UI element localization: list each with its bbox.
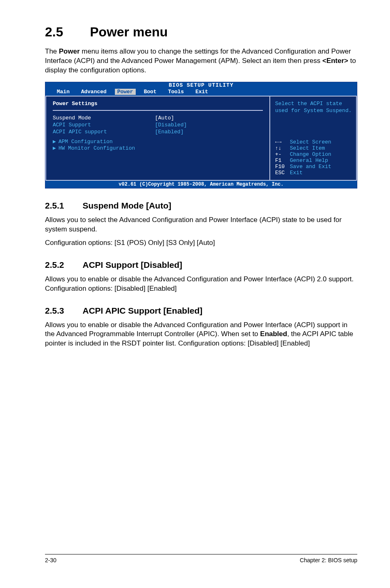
bios-tab-exit: Exit <box>190 89 214 95</box>
subsection-heading: 2.5.2ACPI Support [Disabled] <box>45 260 357 270</box>
subsection-heading: 2.5.3ACPI APIC Support [Enabled] <box>45 306 357 316</box>
body-paragraph: Allows you to select the Advanced Config… <box>45 215 357 234</box>
bios-tab-bar: Main Advanced Power Boot Tools Exit <box>45 89 357 96</box>
bios-left-pane: Power Settings Suspend Mode [Auto] ACPI … <box>46 97 270 180</box>
submenu-apm-configuration: ▶APM Configuration <box>53 138 263 145</box>
setting-label: ACPI APIC support <box>53 129 155 135</box>
bios-screenshot: BIOS SETUP UTILITY Main Advanced Power B… <box>45 82 357 189</box>
nav-key: ←→ <box>275 139 290 145</box>
divider <box>53 110 263 111</box>
arrow-icon: ▶ <box>53 138 58 145</box>
nav-desc: Change Option <box>290 151 331 157</box>
setting-acpi-apic-support: ACPI APIC support [Enabled] <box>53 129 263 135</box>
bios-tab-main: Main <box>51 89 75 95</box>
bios-tab-boot: Boot <box>138 89 162 95</box>
setting-label: ACPI Support <box>53 122 155 128</box>
power-settings-title: Power Settings <box>53 101 263 107</box>
setting-value: [Disabled] <box>155 122 187 128</box>
bios-tab-advanced: Advanced <box>75 89 112 95</box>
nav-key: +- <box>275 151 290 157</box>
setting-value: [Enabled] <box>155 129 184 135</box>
setting-suspend-mode: Suspend Mode [Auto] <box>53 115 263 121</box>
section-number: 2.5 <box>45 25 90 40</box>
body-paragraph: Allows you to enable or disable the Adva… <box>45 321 357 349</box>
intro-paragraph: The Power menu items allow you to change… <box>45 47 357 75</box>
bios-right-pane: Select the ACPI state used for System Su… <box>270 97 356 180</box>
nav-key: ↑↓ <box>275 145 290 151</box>
setting-value: [Auto] <box>155 115 174 121</box>
subsection-heading: 2.5.1Suspend Mode [Auto] <box>45 201 357 211</box>
nav-desc: General Help <box>290 157 328 164</box>
section-title-text: Power menu <box>90 25 168 39</box>
nav-key: F1 <box>275 157 290 164</box>
page-footer: 2-30 Chapter 2: BIOS setup <box>45 554 357 563</box>
arrow-icon: ▶ <box>53 145 58 151</box>
bios-title: BIOS SETUP UTILITY <box>45 82 357 89</box>
chapter-label: Chapter 2: BIOS setup <box>300 557 357 563</box>
bios-copyright-footer: v02.61 (C)Copyright 1985-2008, American … <box>45 181 357 188</box>
setting-acpi-support: ACPI Support [Disabled] <box>53 122 263 128</box>
nav-desc: Select Screen <box>290 139 331 145</box>
nav-desc: Select Item <box>290 145 325 151</box>
nav-desc: Save and Exit <box>290 164 331 170</box>
nav-key: ESC <box>275 170 290 176</box>
bios-tab-power: Power <box>115 89 136 95</box>
setting-label: Suspend Mode <box>53 115 155 121</box>
nav-desc: Exit <box>290 170 303 176</box>
body-paragraph: Allows you to enable or disable the Adva… <box>45 275 357 294</box>
section-heading: 2.5Power menu <box>45 25 357 40</box>
bios-nav-help: ←→Select Screen ↑↓Select Item +-Change O… <box>275 139 352 176</box>
bios-tab-tools: Tools <box>162 89 190 95</box>
nav-key: F10 <box>275 164 290 170</box>
page-number: 2-30 <box>45 557 56 563</box>
bios-help-text: Select the ACPI state used for System Su… <box>275 101 352 114</box>
body-paragraph: Configuration options: [S1 (POS) Only] [… <box>45 238 357 248</box>
submenu-hw-monitor: ▶HW Monitor Configuration <box>53 145 263 151</box>
